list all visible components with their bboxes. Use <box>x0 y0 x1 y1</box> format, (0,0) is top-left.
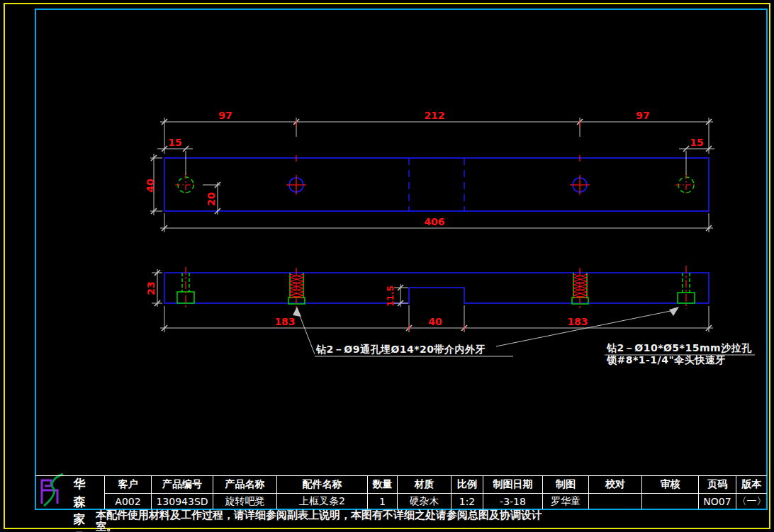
top-view <box>164 158 709 211</box>
dim-height: 40 <box>145 179 156 193</box>
annotation-right-line1: 钻2－Ø10*Ø5*15mm沙拉孔 <box>607 342 752 354</box>
tb-value-product-name: 旋转吧凳 <box>213 494 276 509</box>
tb-header-product-name: 产品名称 <box>213 476 276 494</box>
dim-notch-width: 40 <box>428 316 442 327</box>
dim-bottom-left: 183 <box>274 316 295 327</box>
title-block: 客户 A002 产品编号 130943SD 产品名称 旋转吧凳 配件名称 上框叉… <box>35 475 767 509</box>
tb-value-page: NO07 <box>699 494 736 509</box>
tb-value-scale: 1:2 <box>452 494 483 509</box>
dim-inset-left: 15 <box>168 137 181 148</box>
countersunk-hole-top-right <box>675 174 697 196</box>
company-name: 华 森 家 具 <box>70 475 89 532</box>
tb-col-scale: 比例 1:2 <box>451 476 483 509</box>
tb-col-review: 审核 <box>641 476 698 509</box>
tb-header-material: 材质 <box>398 476 451 494</box>
tb-value-version: 〈一〉 <box>736 494 767 509</box>
dim-overall: 406 <box>424 216 444 227</box>
dim-bottom-right: 183 <box>567 316 588 327</box>
tb-header-page: 页码 <box>699 476 736 494</box>
tb-header-quantity: 数量 <box>368 476 397 494</box>
tb-header-date: 制图日期 <box>483 476 542 494</box>
tb-value-customer: A002 <box>105 494 151 509</box>
tb-value-proofread <box>589 494 641 509</box>
tb-header-review: 审核 <box>642 476 698 494</box>
tb-col-date: 制图日期 -3-18 <box>483 476 542 509</box>
tb-value-product-no: 130943SD <box>152 494 213 509</box>
tb-header-proofread: 校对 <box>589 476 641 494</box>
tb-col-drawn-by: 制图 罗华童 <box>542 476 588 509</box>
dim-notch-depth: 11.5 <box>386 285 396 307</box>
dim-inset-right: 15 <box>690 137 703 148</box>
tb-header-version: 版本 <box>736 476 767 494</box>
top-view-dimensions <box>150 118 714 232</box>
tb-col-product-name: 产品名称 旋转吧凳 <box>213 476 276 509</box>
company-char-2: 森 <box>70 493 89 511</box>
tb-value-quantity: 1 <box>368 494 397 509</box>
tb-header-part-name: 配件名称 <box>277 476 367 494</box>
tb-value-date: -3-18 <box>483 494 542 509</box>
countersunk-hole-side-right <box>678 266 695 309</box>
note-line-1: 本配件使用材料及工作过程，请详细参阅副表上说明，本图有不详细之处请参阅总图及协调… <box>96 509 599 521</box>
inner-border <box>35 9 767 509</box>
note-line-2: 室。 <box>96 521 599 532</box>
annotation-through-holes: 钻2－Ø9通孔埋Ø14*20带介内外牙 <box>316 344 486 356</box>
tb-header-product-no: 产品编号 <box>152 476 213 494</box>
through-hole-top-left <box>286 175 306 195</box>
drawing-sheet: 97 212 97 15 15 40 20 406 <box>0 0 774 532</box>
dim-top-mid: 212 <box>424 110 444 121</box>
tb-value-review <box>642 494 698 509</box>
side-view <box>164 266 709 309</box>
tb-value-drawn-by: 罗华童 <box>543 494 588 509</box>
tb-col-material: 材质 硬杂木 <box>397 476 451 509</box>
tb-col-quantity: 数量 1 <box>367 476 397 509</box>
dim-side-height: 23 <box>145 281 157 295</box>
countersunk-hole-top-left <box>175 174 196 196</box>
countersunk-hole-side-left <box>177 267 194 309</box>
outer-border <box>4 4 770 528</box>
tb-col-customer: 客户 A002 <box>104 476 151 509</box>
company-char-4: 具 <box>70 528 89 532</box>
tb-col-part-name: 配件名称 上框叉条2 <box>276 476 367 509</box>
annotation-right-line2: 锁#8*1-1/4"伞头快速牙 <box>607 354 752 366</box>
tb-header-customer: 客户 <box>105 476 151 494</box>
tb-col-proofread: 校对 <box>588 476 641 509</box>
tb-value-material: 硬杂木 <box>398 494 451 509</box>
drawing-note: 本配件使用材料及工作过程，请详细参阅副表上说明，本图有不详细之处请参阅总图及协调… <box>96 509 599 532</box>
dim-top-right: 97 <box>636 110 649 121</box>
tb-col-version: 版本 〈一〉 <box>736 476 767 509</box>
dim-hole-offset: 20 <box>206 192 217 206</box>
dim-top-left: 97 <box>218 110 232 121</box>
company-char-3: 家 <box>70 511 89 528</box>
annotation-countersunk-holes: 钻2－Ø10*Ø5*15mm沙拉孔 锁#8*1-1/4"伞头快速牙 <box>607 342 752 366</box>
through-hole-top-right <box>570 175 590 195</box>
company-char-1: 华 <box>70 475 89 493</box>
tb-col-product-no: 产品编号 130943SD <box>151 476 213 509</box>
cad-drawing: 97 212 97 15 15 40 20 406 <box>0 0 774 532</box>
tb-header-drawn-by: 制图 <box>543 476 588 494</box>
tb-value-part-name: 上框叉条2 <box>277 494 367 509</box>
tb-col-page: 页码 NO07 <box>698 476 736 509</box>
tb-header-scale: 比例 <box>452 476 483 494</box>
